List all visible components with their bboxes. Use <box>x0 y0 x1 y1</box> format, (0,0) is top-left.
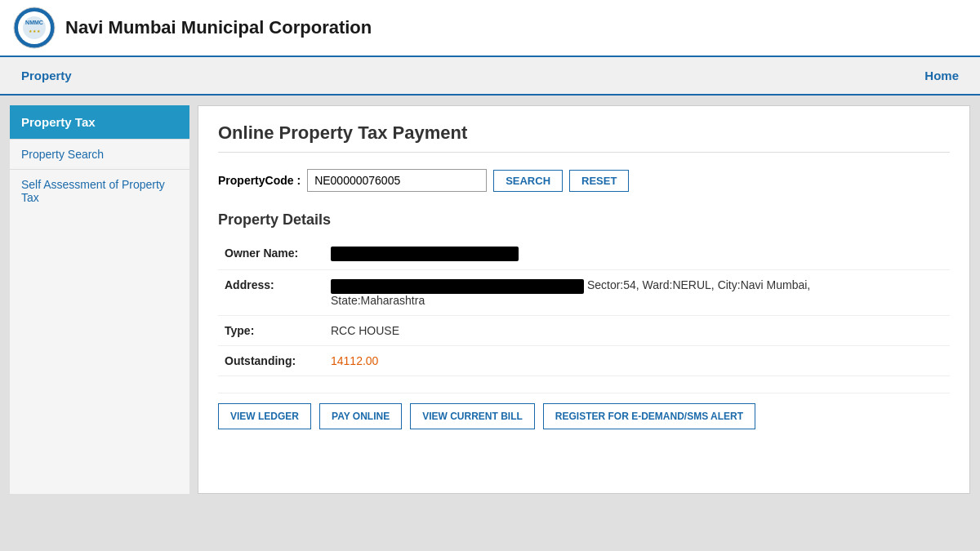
address-value: Sector:54, Ward:NERUL, City:Navi Mumbai,… <box>324 270 950 315</box>
table-row: Owner Name: <box>218 238 950 270</box>
property-details-title: Property Details <box>218 211 950 229</box>
outstanding-value: 14112.00 <box>324 345 950 375</box>
property-code-input[interactable] <box>307 169 487 192</box>
register-edemand-button[interactable]: REGISTER FOR E-DEMAND/SMS ALERT <box>543 403 755 429</box>
outstanding-label: Outstanding: <box>218 345 324 375</box>
nav-home[interactable]: Home <box>916 57 967 94</box>
content-area: Online Property Tax Payment PropertyCode… <box>198 105 970 494</box>
navbar: Property Home <box>0 57 980 96</box>
search-button[interactable]: SEARCH <box>493 170 563 192</box>
address-label: Address: <box>218 270 324 315</box>
table-row: Address: Sector:54, Ward:NERUL, City:Nav… <box>218 270 950 315</box>
type-label: Type: <box>218 315 324 345</box>
pay-online-button[interactable]: PAY ONLINE <box>319 403 402 429</box>
sidebar: Property Tax Property Search Self Assess… <box>10 105 189 494</box>
owner-name-value <box>324 238 950 270</box>
org-logo: NMMC ★ ★ ★ <box>13 7 56 49</box>
header: NMMC ★ ★ ★ Navi Mumbai Municipal Corpora… <box>0 0 980 57</box>
sidebar-item-property-search[interactable]: Property Search <box>10 139 189 169</box>
view-current-bill-button[interactable]: VIEW CURRENT BILL <box>410 403 535 429</box>
page-title: Online Property Tax Payment <box>218 122 950 153</box>
search-row: PropertyCode : SEARCH RESET <box>218 169 950 192</box>
main-container: Property Tax Property Search Self Assess… <box>0 96 980 504</box>
reset-button[interactable]: RESET <box>569 170 629 192</box>
view-ledger-button[interactable]: VIEW LEDGER <box>218 403 311 429</box>
org-name: Navi Mumbai Municipal Corporation <box>65 17 372 38</box>
address-redacted <box>331 279 584 294</box>
sidebar-item-self-assessment[interactable]: Self Assessment of Property Tax <box>10 169 189 212</box>
owner-name-label: Owner Name: <box>218 238 324 270</box>
type-value: RCC HOUSE <box>324 315 950 345</box>
sidebar-item-property-tax[interactable]: Property Tax <box>10 105 189 139</box>
table-row: Outstanding: 14112.00 <box>218 345 950 375</box>
table-row: Type: RCC HOUSE <box>218 315 950 345</box>
search-label: PropertyCode : <box>218 174 301 187</box>
owner-name-redacted <box>331 247 519 261</box>
svg-text:★ ★ ★: ★ ★ ★ <box>29 29 42 33</box>
svg-text:NMMC: NMMC <box>25 20 43 25</box>
property-details-table: Owner Name: Address: Sector:54, Ward:NER… <box>218 238 950 376</box>
nav-property[interactable]: Property <box>13 57 80 94</box>
action-buttons: VIEW LEDGER PAY ONLINE VIEW CURRENT BILL… <box>218 393 950 429</box>
